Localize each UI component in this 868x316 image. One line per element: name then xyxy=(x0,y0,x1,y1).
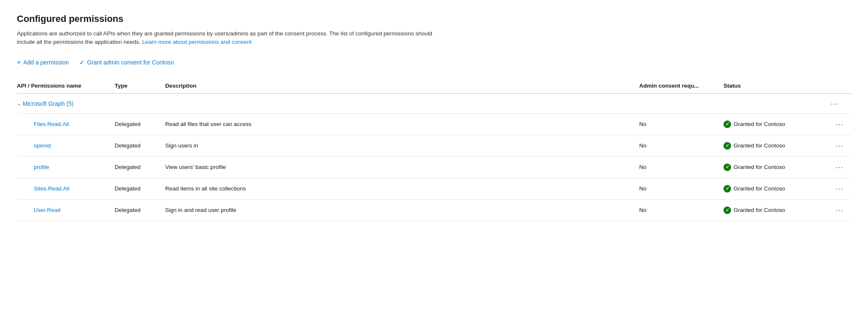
permission-more-button[interactable]: ⋯ xyxy=(833,183,846,194)
learn-more-link[interactable]: Learn more about permissions and consent xyxy=(142,39,252,45)
page-title: Configured permissions xyxy=(17,13,851,24)
permission-more-button[interactable]: ⋯ xyxy=(833,119,846,130)
table-row: openid Delegated Sign users in No Grante… xyxy=(17,135,851,156)
permission-name[interactable]: Sites.Read.All xyxy=(17,178,110,199)
add-permission-button[interactable]: + Add a permission xyxy=(17,57,69,68)
status-text: Granted for Contoso xyxy=(734,121,785,127)
table-row: Sites.Read.All Delegated Read items in a… xyxy=(17,178,851,199)
permission-type: Delegated xyxy=(110,199,160,221)
header-type: Type xyxy=(110,78,160,94)
permission-description: Sign users in xyxy=(160,135,634,156)
permission-more-button[interactable]: ⋯ xyxy=(833,205,846,216)
permission-description: Sign in and read user profile xyxy=(160,199,634,221)
permission-admin-consent: No xyxy=(634,156,718,178)
toolbar: + Add a permission ✓ Grant admin consent… xyxy=(17,57,851,68)
permission-description: Read all files that user can access xyxy=(160,113,634,135)
permission-type: Delegated xyxy=(110,135,160,156)
permission-description: View users' basic profile xyxy=(160,156,634,178)
permission-name[interactable]: Files.Read.All xyxy=(17,113,110,135)
header-api-name: API / Permissions name xyxy=(17,78,110,94)
grant-consent-label: Grant admin consent for Contoso xyxy=(87,59,174,66)
header-admin-consent: Admin consent requ... xyxy=(634,78,718,94)
header-status: Status xyxy=(718,78,828,94)
status-text: Granted for Contoso xyxy=(734,142,785,149)
permission-status: Granted for Contoso xyxy=(718,113,828,135)
grant-consent-button[interactable]: ✓ Grant admin consent for Contoso xyxy=(79,57,174,68)
status-text: Granted for Contoso xyxy=(734,207,785,213)
table-row: profile Delegated View users' basic prof… xyxy=(17,156,851,178)
granted-icon xyxy=(723,206,731,214)
permission-name[interactable]: openid xyxy=(17,135,110,156)
header-description: Description xyxy=(160,78,634,94)
group-row[interactable]: ⌄ Microsoft Graph (5) ⋯ xyxy=(17,94,851,114)
page-description: Applications are authorized to call APIs… xyxy=(17,29,438,47)
permission-status: Granted for Contoso xyxy=(718,156,828,178)
permission-admin-consent: No xyxy=(634,178,718,199)
permission-description: Read items in all site collections xyxy=(160,178,634,199)
group-more-button[interactable]: ⋯ xyxy=(828,98,841,109)
chevron-down-icon: ⌄ xyxy=(17,101,21,107)
granted-icon xyxy=(723,185,731,193)
checkmark-icon: ✓ xyxy=(79,59,85,67)
permission-admin-consent: No xyxy=(634,135,718,156)
status-text: Granted for Contoso xyxy=(734,185,785,192)
permission-status: Granted for Contoso xyxy=(718,178,828,199)
table-header-row: API / Permissions name Type Description … xyxy=(17,78,851,94)
table-row: User.Read Delegated Sign in and read use… xyxy=(17,199,851,221)
table-row: Files.Read.All Delegated Read all files … xyxy=(17,113,851,135)
header-actions xyxy=(828,78,851,94)
permission-name[interactable]: User.Read xyxy=(17,199,110,221)
permission-status: Granted for Contoso xyxy=(718,135,828,156)
permission-admin-consent: No xyxy=(634,199,718,221)
plus-icon: + xyxy=(17,59,21,66)
permission-status: Granted for Contoso xyxy=(718,199,828,221)
permission-more-button[interactable]: ⋯ xyxy=(833,162,846,173)
granted-icon xyxy=(723,163,731,171)
permission-type: Delegated xyxy=(110,156,160,178)
group-label-text: Microsoft Graph (5) xyxy=(23,100,74,107)
status-text: Granted for Contoso xyxy=(734,164,785,170)
add-permission-label: Add a permission xyxy=(23,59,69,66)
granted-icon xyxy=(723,121,731,128)
permission-admin-consent: No xyxy=(634,113,718,135)
permissions-table: API / Permissions name Type Description … xyxy=(17,78,851,221)
granted-icon xyxy=(723,142,731,150)
permission-type: Delegated xyxy=(110,178,160,199)
permission-name[interactable]: profile xyxy=(17,156,110,178)
permission-type: Delegated xyxy=(110,113,160,135)
permission-more-button[interactable]: ⋯ xyxy=(833,140,846,151)
